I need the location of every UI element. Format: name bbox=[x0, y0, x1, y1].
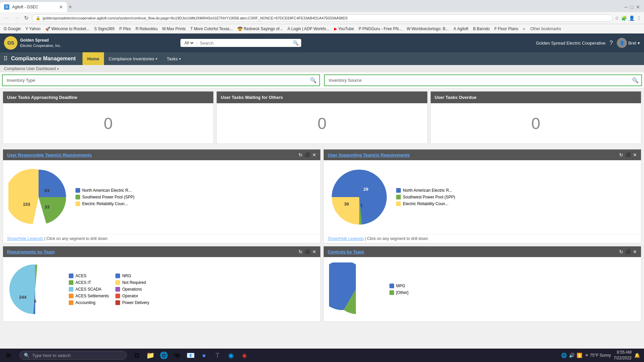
responsible-chart-title[interactable]: User Responsible Team(s) Requirements bbox=[7, 153, 92, 158]
bookmark-google[interactable]: G Google bbox=[3, 26, 22, 32]
bookmark-pngguru[interactable]: P PNGGuru - Free PN... bbox=[358, 26, 403, 32]
supporting-show-hide-link[interactable]: Show/Hide Legends bbox=[328, 236, 364, 241]
search-submit-button[interactable]: 🔍 bbox=[293, 40, 299, 46]
ctrl-label-2: 2 bbox=[359, 283, 361, 288]
bookmark-worldvector[interactable]: W Worldvectorlogo: B... bbox=[406, 26, 450, 32]
breadcrumb-arrow[interactable]: ▾ bbox=[57, 67, 59, 71]
minimize-button[interactable]: ─ bbox=[625, 4, 628, 10]
task-panel-waiting: User Tasks Waiting for Others 0 bbox=[216, 91, 427, 144]
overdue-count: 0 bbox=[531, 114, 540, 133]
forward-button[interactable]: → bbox=[13, 14, 21, 22]
maximize-button[interactable]: □ bbox=[631, 4, 633, 10]
extensions-icon[interactable]: 🧩 bbox=[621, 15, 627, 21]
header-search[interactable]: All | 🔍 bbox=[180, 39, 301, 47]
profile-icon[interactable]: 👤 bbox=[629, 15, 635, 21]
req-refresh-icon[interactable]: ↻ bbox=[299, 249, 303, 254]
responsible-refresh-icon[interactable]: ↻ bbox=[299, 152, 303, 158]
ctrl-by-team-pie[interactable]: 2 bbox=[329, 262, 383, 316]
bookmark-adp[interactable]: A Login | ADP Workfo... bbox=[286, 26, 330, 32]
logo-text: Golden Spread Electric Cooperative, Inc. bbox=[20, 38, 61, 48]
legend-item-spp2: Southwest Power Pool (SPP) bbox=[396, 195, 455, 199]
tab-title: Agiloft - GSEC bbox=[12, 5, 38, 9]
supporting-refresh-icon[interactable]: ↻ bbox=[619, 152, 623, 158]
req-close-icon[interactable]: ✕ bbox=[312, 249, 316, 254]
help-button[interactable]: ? bbox=[609, 40, 613, 47]
new-tab-button[interactable]: + bbox=[68, 4, 72, 11]
reload-button[interactable]: ↻ bbox=[23, 14, 30, 22]
req-by-team-title[interactable]: Requirements by Team bbox=[7, 249, 55, 254]
req-label-6: 6 bbox=[34, 299, 37, 304]
supporting-chart-icons: ↻ ⬛ ✕ bbox=[619, 152, 637, 158]
bookmark-redneck[interactable]: 🤠 Redneck Sayings of... bbox=[236, 26, 284, 32]
nav-tasks[interactable]: Tasks ▾ bbox=[162, 52, 185, 65]
bookmark-maxprints[interactable]: M Max Prints bbox=[161, 26, 187, 32]
responsible-show-hide-link[interactable]: Show/Hide Legends bbox=[7, 236, 43, 241]
legend-item-spp: Southwest Power Pool (SPP) bbox=[75, 195, 135, 199]
bookmark-floorplans[interactable]: F Floor Plans bbox=[493, 26, 519, 32]
search-input[interactable] bbox=[200, 41, 291, 46]
legend-item-erc2: Electric Reliability Coun... bbox=[396, 201, 455, 206]
back-button[interactable]: ← bbox=[3, 14, 11, 22]
browser-action-icons: ☆ 🧩 👤 ⋮ bbox=[615, 15, 641, 21]
ctrl-by-team-title[interactable]: Controls by Team bbox=[328, 249, 364, 254]
bookmark-barndo[interactable]: B Barndo bbox=[472, 26, 491, 32]
settings-icon[interactable]: ⋮ bbox=[637, 15, 641, 21]
lc-operations bbox=[115, 287, 120, 292]
lc-accounting bbox=[69, 300, 73, 305]
nav-home[interactable]: Home bbox=[83, 52, 104, 65]
bookmark-plex[interactable]: P Plex bbox=[118, 26, 132, 32]
bookmark-rocket[interactable]: 🚀 Welcome to Rocket... bbox=[44, 26, 91, 32]
responsible-export-icon[interactable]: ⬛ bbox=[305, 152, 310, 158]
bookmark-yahoo[interactable]: Y Yahoo bbox=[24, 26, 42, 32]
logo-line1: Golden Spread bbox=[20, 38, 61, 43]
supporting-pie-chart[interactable]: 29 1 30 bbox=[329, 167, 389, 227]
ctrl-close-icon[interactable]: ✕ bbox=[633, 249, 637, 254]
supporting-chart-header: User Supporting Team(s) Requirements ↻ ⬛… bbox=[324, 149, 641, 160]
address-bar[interactable]: 🔒 goldenspreadelectriccooperative.agilof… bbox=[32, 14, 613, 22]
app-header: GS Golden Spread Electric Cooperative, I… bbox=[0, 34, 644, 52]
search-type-select[interactable]: All bbox=[183, 40, 195, 46]
responsible-close-icon[interactable]: ✕ bbox=[312, 152, 316, 158]
inventory-type-input[interactable] bbox=[38, 78, 315, 83]
pie2-label-1: 1 bbox=[361, 203, 363, 208]
logo-circle: GS bbox=[4, 36, 17, 50]
req-by-team-pie[interactable]: 244 6 bbox=[8, 262, 62, 316]
breadcrumb-link[interactable]: Compliance User Dashboard bbox=[4, 66, 56, 71]
lc-mpg bbox=[389, 284, 394, 288]
ctrl-refresh-icon[interactable]: ↻ bbox=[619, 249, 623, 254]
lc-nrg bbox=[115, 274, 120, 278]
active-tab[interactable]: A Agiloft - GSEC ✕ bbox=[0, 2, 67, 12]
bookmark-agiloft[interactable]: A Agiloft bbox=[452, 26, 469, 32]
grid-menu-icon[interactable]: ⠿ bbox=[3, 55, 8, 62]
tab-favicon: A bbox=[4, 4, 9, 10]
supporting-export-icon[interactable]: ⬛ bbox=[625, 152, 631, 158]
user-menu[interactable]: 👤 Bret ▾ bbox=[617, 38, 640, 48]
lc-aces-scada bbox=[69, 287, 73, 292]
req-export-icon[interactable]: ⬛ bbox=[305, 249, 310, 254]
logo-initials: GS bbox=[7, 40, 14, 46]
responsible-chart-footer: Show/Hide Legends | Click on any segment… bbox=[3, 234, 320, 243]
nav-inventories[interactable]: Compliance Inventories ▾ bbox=[104, 52, 162, 65]
inventory-type-search-icon[interactable]: 🔍 bbox=[310, 77, 317, 83]
bookmark-rebookku[interactable]: R Rebookku bbox=[135, 26, 159, 32]
bookmark-star-icon[interactable]: ☆ bbox=[615, 15, 619, 21]
task-panel-overdue-body: 0 bbox=[431, 103, 641, 143]
req-by-team-icons: ↻ ⬛ ✕ bbox=[299, 249, 316, 254]
lc-aces-it bbox=[69, 280, 73, 285]
close-window-button[interactable]: ✕ bbox=[636, 4, 640, 10]
bookmark-youtube[interactable]: ▶ YouTube bbox=[333, 26, 355, 32]
task-panel-approaching-body: 0 bbox=[3, 103, 213, 143]
supporting-close-icon[interactable]: ✕ bbox=[633, 152, 637, 158]
pie2-label-29: 29 bbox=[364, 187, 368, 192]
inventory-source-search-icon[interactable]: 🔍 bbox=[632, 77, 639, 83]
inventory-type-label: Inventory Type bbox=[7, 78, 35, 83]
bookmark-texas[interactable]: T More Colorful Texas... bbox=[190, 26, 234, 32]
ctrl-export-icon[interactable]: ⬛ bbox=[625, 249, 631, 254]
responsible-pie-chart[interactable]: 63 33 153 bbox=[8, 167, 69, 227]
bookmark-signs365[interactable]: S Signs365 bbox=[93, 26, 116, 32]
other-bookmarks-label[interactable]: Other bookmarks bbox=[530, 26, 561, 31]
tab-close-button[interactable]: ✕ bbox=[59, 4, 63, 10]
inventory-source-input[interactable] bbox=[364, 78, 637, 83]
supporting-chart-title[interactable]: User Supporting Team(s) Requirements bbox=[328, 153, 410, 158]
other-bookmarks[interactable]: » bbox=[522, 26, 526, 32]
